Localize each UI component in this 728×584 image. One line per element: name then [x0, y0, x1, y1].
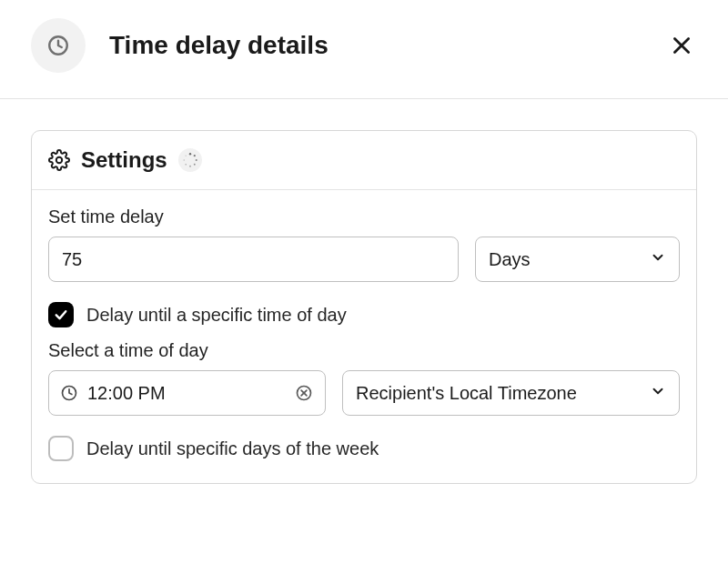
chevron-down-icon	[650, 383, 666, 404]
delay-days-of-week-label: Delay until specific days of the week	[86, 438, 379, 459]
svg-point-4	[188, 153, 190, 155]
timezone-value: Recipient's Local Timezone	[356, 383, 577, 404]
chevron-down-icon	[650, 249, 666, 270]
gear-icon	[48, 149, 70, 171]
time-of-day-row: 12:00 PM Recipient's Local Timezone	[48, 370, 680, 416]
time-delay-unit-value: Days	[489, 249, 531, 270]
close-icon	[670, 34, 693, 57]
clock-icon	[46, 34, 70, 57]
settings-title: Settings	[81, 147, 167, 173]
svg-point-8	[189, 166, 191, 167]
settings-card-header: Settings	[32, 131, 696, 190]
svg-point-3	[56, 157, 62, 163]
close-button[interactable]	[666, 30, 697, 61]
clock-icon-badge	[31, 18, 86, 73]
settings-card-body: Set time delay Days	[32, 190, 696, 483]
svg-point-9	[185, 164, 187, 166]
delay-time-of-day-checkbox[interactable]	[48, 302, 74, 327]
time-delay-input[interactable]	[48, 237, 459, 282]
svg-point-7	[194, 164, 196, 166]
svg-point-10	[183, 159, 185, 161]
time-of-day-input[interactable]: 12:00 PM	[48, 370, 326, 416]
clear-icon	[295, 384, 313, 402]
time-delay-unit-select[interactable]: Days	[475, 237, 680, 282]
clock-icon	[60, 384, 78, 402]
dialog-content: Settings Set time delay	[0, 99, 728, 484]
delay-days-of-week-row: Delay until specific days of the week	[48, 436, 680, 461]
time-delay-label: Set time delay	[48, 206, 680, 227]
dialog-title: Time delay details	[109, 31, 666, 60]
settings-card: Settings Set time delay	[31, 130, 697, 484]
delay-time-of-day-label: Delay until a specific time of day	[86, 305, 347, 326]
time-of-day-label: Select a time of day	[48, 340, 680, 361]
svg-point-6	[195, 159, 197, 161]
time-of-day-value: 12:00 PM	[87, 383, 285, 404]
check-icon	[53, 307, 69, 323]
delay-time-of-day-row: Delay until a specific time of day	[48, 302, 680, 327]
svg-point-5	[193, 155, 195, 156]
dialog-header: Time delay details	[0, 0, 728, 98]
time-delay-row: Days	[48, 237, 680, 282]
clear-time-button[interactable]	[294, 383, 314, 403]
timezone-select[interactable]: Recipient's Local Timezone	[342, 370, 680, 416]
delay-days-of-week-checkbox[interactable]	[48, 436, 74, 461]
loading-spinner-icon	[178, 148, 202, 172]
svg-point-11	[185, 156, 186, 156]
